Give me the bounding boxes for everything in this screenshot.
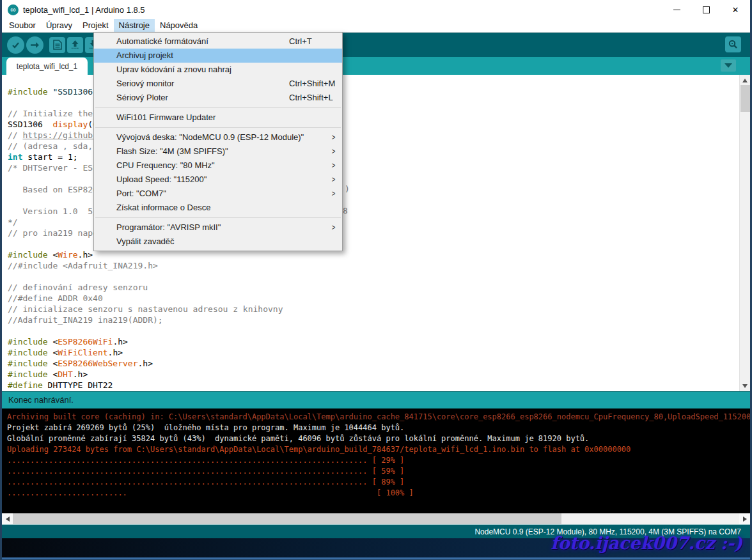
- menu-item-1[interactable]: Archivuj projekt: [94, 49, 342, 63]
- code-line: //#include <Adafruit_INA219.h>: [8, 260, 750, 271]
- menu-item-6[interactable]: Vývojová deska: "NodeMCU 0.9 (ESP-12 Mod…: [94, 130, 342, 144]
- menubar-item-4[interactable]: Nápověda: [155, 19, 203, 32]
- watermark-band: foto.ijacek007.cz :-): [2, 538, 750, 559]
- console-line: ........................................…: [7, 466, 750, 477]
- code-line: // definování adresy senzoru: [8, 282, 750, 293]
- submenu-arrow-icon: >: [332, 221, 336, 235]
- menu-item-12[interactable]: Programátor: "AVRISP mkII">: [94, 221, 342, 235]
- menu-item-10[interactable]: Port: "COM7">: [94, 187, 342, 201]
- upload-status-text: Konec nahrávání.: [8, 395, 74, 405]
- close-icon: ✕: [732, 6, 739, 14]
- submenu-arrow-icon: >: [332, 144, 336, 159]
- console-line: ........................................…: [7, 477, 750, 488]
- menu-separator: [95, 217, 341, 218]
- menu-item-label: Vývojová deska: "NodeMCU 0.9 (ESP-12 Mod…: [116, 132, 304, 142]
- horizontal-scrollbar[interactable]: [2, 513, 750, 524]
- menu-item-label: Vypálit zavaděč: [116, 237, 175, 246]
- console-line: ........................................…: [7, 455, 750, 466]
- code-line: #include <ESP8266WiFi.h>: [8, 336, 750, 347]
- tools-menu: Automatické formátováníCtrl+TArchivuj pr…: [93, 32, 343, 251]
- code-fragment: ): [345, 184, 350, 194]
- tab-teplota-wifi-lcd-1[interactable]: teplota_wifi_lcd_1: [6, 58, 88, 75]
- scroll-down-button[interactable]: [740, 380, 750, 391]
- serial-monitor-button[interactable]: [725, 36, 741, 52]
- menu-item-label: CPU Frequency: "80 MHz": [116, 160, 215, 170]
- menubar-item-2[interactable]: Projekt: [77, 19, 113, 32]
- menu-item-label: Upload Speed: "115200": [116, 175, 207, 184]
- close-button[interactable]: ✕: [721, 0, 750, 19]
- menubar-item-3[interactable]: Nástroje: [114, 19, 155, 32]
- submenu-arrow-icon: >: [332, 130, 336, 144]
- menu-separator: [95, 107, 341, 108]
- minimize-button[interactable]: [662, 0, 691, 19]
- window-title: teplota_wifi_lcd_1 | Arduino 1.8.5: [23, 5, 145, 15]
- code-fragment: 8: [343, 206, 348, 215]
- scroll-right-button[interactable]: [739, 513, 750, 524]
- submenu-arrow-icon: >: [332, 159, 336, 173]
- console-line: .......................... [ 100% ]: [7, 488, 750, 499]
- console-line: Archiving built core (caching) in: C:\Us…: [7, 412, 750, 423]
- menubar-item-0[interactable]: Soubor: [4, 19, 41, 32]
- menu-separator: [95, 127, 341, 128]
- code-line: #include <DHT.h>: [8, 369, 750, 380]
- menu-item-label: Automatické formátování: [116, 36, 208, 46]
- code-line: //Adafruit_INA219 ina219(ADDR);: [8, 315, 750, 325]
- menu-shortcut: Ctrl+T: [289, 35, 312, 49]
- upload-button[interactable]: [26, 36, 43, 54]
- arrow-up-icon: [70, 40, 80, 50]
- code-line: //#define ADDR 0x40: [8, 293, 750, 304]
- menu-item-label: Získat informace o Desce: [116, 203, 210, 212]
- menu-item-label: Sériový Ploter: [116, 93, 168, 102]
- menu-item-3[interactable]: Seriový monitorCtrl+Shift+M: [94, 77, 342, 91]
- minimize-icon: [673, 10, 680, 10]
- menu-item-2[interactable]: Uprav kódování a znovu nahraj: [94, 63, 342, 77]
- triangle-right-icon: [743, 517, 747, 522]
- magnifier-icon: [728, 39, 739, 50]
- vertical-scrollbar[interactable]: [739, 75, 750, 391]
- menu-item-0[interactable]: Automatické formátováníCtrl+T: [94, 35, 342, 49]
- scroll-up-button[interactable]: [740, 75, 750, 86]
- window-controls: ✕: [662, 0, 750, 19]
- menu-item-8[interactable]: CPU Frequency: "80 MHz">: [94, 159, 342, 173]
- arduino-app-icon: ∞: [8, 4, 19, 15]
- code-line: #define DHTTYPE DHT22: [8, 380, 750, 391]
- code-line: #include <WiFiClient.h>: [8, 347, 750, 358]
- watermark-text: foto.ijacek007.cz :-): [551, 533, 742, 553]
- menu-item-label: Seriový monitor: [116, 79, 174, 88]
- console-output: Archiving built core (caching) in: C:\Us…: [2, 408, 750, 513]
- code-line: #include <ESP8266WebServer.h>: [8, 358, 750, 369]
- menu-item-9[interactable]: Upload Speed: "115200">: [94, 173, 342, 187]
- maximize-button[interactable]: [691, 0, 721, 19]
- verify-button[interactable]: [7, 36, 24, 54]
- menu-item-4[interactable]: Sériový PloterCtrl+Shift+L: [94, 91, 342, 105]
- code-line: [8, 271, 750, 282]
- vertical-scrollbar-thumb[interactable]: [740, 85, 750, 112]
- menu-item-label: WiFi101 Firmware Updater: [116, 113, 215, 122]
- triangle-left-icon: [6, 517, 10, 522]
- menu-item-11[interactable]: Získat informace o Desce: [94, 201, 342, 215]
- open-button[interactable]: [67, 37, 83, 53]
- menu-item-7[interactable]: Flash Size: "4M (3M SPIFFS)">: [94, 144, 342, 159]
- scroll-left-button[interactable]: [2, 513, 13, 524]
- menu-item-13[interactable]: Vypálit zavaděč: [94, 235, 342, 249]
- menu-shortcut: Ctrl+Shift+M: [289, 77, 335, 91]
- menu-item-label: Archivuj projekt: [116, 51, 173, 60]
- console-line: Projekt zabírá 269269 bytů (25%) úložnéh…: [7, 423, 750, 433]
- tab-list-button[interactable]: [721, 59, 736, 72]
- code-line: // inicializace senzoru s nastavenou adr…: [8, 304, 750, 315]
- submenu-arrow-icon: >: [332, 173, 336, 187]
- console-line: Globální proměnné zabírají 35824 bytů (4…: [7, 433, 750, 444]
- horizontal-scrollbar-thumb[interactable]: [13, 513, 561, 524]
- maximize-icon: [703, 6, 710, 13]
- new-sketch-button[interactable]: [49, 37, 65, 53]
- triangle-down-icon: [742, 384, 748, 388]
- upload-status-strip: Konec nahrávání.: [2, 391, 750, 408]
- document-icon: [53, 40, 62, 50]
- menubar-item-1[interactable]: Úpravy: [41, 19, 77, 32]
- menu-item-label: Port: "COM7": [116, 189, 166, 198]
- check-icon: [11, 40, 20, 50]
- menu-shortcut: Ctrl+Shift+L: [289, 91, 333, 105]
- menu-item-5[interactable]: WiFi101 Firmware Updater: [94, 111, 342, 125]
- console-line: Uploading 273424 bytes from C:\Users\sta…: [7, 444, 750, 455]
- arrow-right-icon: [30, 40, 40, 50]
